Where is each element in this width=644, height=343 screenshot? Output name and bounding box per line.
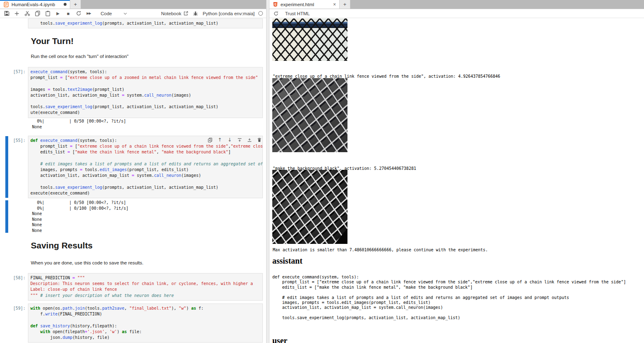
chevron-down-icon (123, 11, 128, 16)
code-cell-59[interactable]: [59]: with open(os.path.join(tools.path2… (0, 304, 266, 343)
debugger-bug-icon[interactable] (192, 10, 199, 17)
new-tab-button[interactable]: + (339, 0, 350, 9)
paste-cells-button[interactable] (44, 10, 51, 17)
output-text: 0%| | 0/50 [00:00<?, ?it/s] 0%| | 0/100 … (32, 200, 266, 233)
external-link-icon (183, 11, 189, 16)
active-tab-indicator (0, 0, 70, 1)
run-cell-button[interactable]: ▶ (55, 10, 61, 17)
cell-input[interactable]: with open(os.path.join(tools.path2save, … (28, 304, 263, 343)
restart-kernel-button[interactable] (75, 10, 82, 17)
insert-cell-below-icon[interactable] (246, 137, 252, 143)
cut-cells-button[interactable] (24, 10, 30, 17)
html-file-icon (273, 2, 278, 7)
html-render-area[interactable]: "extreme close up of a chain link fence … (269, 18, 644, 343)
notebook-tools-link[interactable]: Notebook (161, 11, 189, 16)
cell-type-dropdown[interactable]: Code (101, 11, 128, 16)
cell-collapser-selected[interactable] (5, 136, 8, 198)
markdown-heading-your-turn: Your Turn! (31, 36, 74, 46)
duplicate-cell-icon[interactable] (207, 137, 213, 143)
viewer-toolbar: Trust HTML (269, 9, 644, 18)
trust-html-button[interactable]: Trust HTML (285, 11, 310, 16)
notebook-toolbar: ▶ ■ ▶▶ Code Notebook Python [conda env:m… (0, 9, 266, 18)
insert-cell-above-icon[interactable] (237, 137, 242, 143)
tab-title: HumanEvals-4.ipynb (12, 2, 61, 7)
output-collapser[interactable] (5, 119, 8, 129)
save-button[interactable] (3, 10, 10, 17)
markdown-text-saving: When you are done, use this code to save… (31, 260, 143, 266)
html-viewer-panel: experiment.html × + Trust HTML (269, 0, 644, 343)
notebook-panel: HumanEvals-4.ipynb + ▶ ■ (0, 0, 266, 343)
max-activation-message: Max activation is smaller than 7.4860106… (273, 247, 488, 253)
new-tab-button[interactable]: + (70, 0, 81, 9)
markdown-text-your-turn: Run the cell once for each "turn" of int… (31, 53, 129, 60)
notebook-label: Notebook (161, 11, 181, 16)
viewer-tabbar: experiment.html × + (269, 0, 644, 9)
interrupt-kernel-button[interactable]: ■ (65, 10, 71, 17)
panel-split-handle[interactable] (266, 0, 269, 343)
cell-input[interactable]: def execute_command(system, tools): prom… (28, 136, 263, 198)
execution-count-57: [57]: (0, 69, 25, 75)
cell-input[interactable]: execute_command(system, tools):prompt_li… (28, 67, 263, 118)
cell-toolbar: ↑ ↓ (207, 137, 262, 143)
tab-title: experiment.html (281, 2, 331, 7)
restart-run-all-button[interactable]: ▶▶ (85, 10, 92, 17)
tabbar-empty-area (81, 0, 266, 9)
kernel-name[interactable]: Python [conda env:maia] (202, 11, 255, 16)
cell-input[interactable]: tools.save_experiment_log(prompts, activ… (28, 19, 263, 28)
cell-input[interactable]: FINAL_PREDICTION = """Description: This … (28, 273, 263, 301)
execution-count-55: [55]: (0, 138, 25, 144)
tabbar-empty-area (350, 0, 644, 9)
kernel-status-icon[interactable] (258, 11, 263, 16)
cell-output-57: 0%| | 0/50 [00:00<?, ?it/s]None (0, 118, 266, 130)
toolbar-right-group: Notebook Python [conda env:maia] (161, 10, 263, 17)
cell-output-55: 0%| | 0/50 [00:00<?, ?it/s] 0%| | 0/100 … (0, 200, 266, 233)
copy-cells-button[interactable] (34, 10, 41, 17)
markdown-heading-saving: Saving Results (31, 240, 93, 251)
unsaved-changes-dot[interactable] (64, 3, 67, 6)
user-heading: user (272, 336, 288, 343)
execution-count-58: [58]: (0, 275, 25, 281)
tab-notebook[interactable]: HumanEvals-4.ipynb (0, 0, 70, 9)
refresh-icon[interactable] (273, 10, 279, 17)
fence-image-dark (272, 170, 347, 244)
code-cell-partial[interactable]: tools.save_experiment_log(prompts, activ… (0, 19, 266, 28)
code-cell-58[interactable]: [58]: FINAL_PREDICTION = """Description:… (0, 273, 266, 301)
move-cell-up-icon[interactable]: ↑ (217, 137, 223, 143)
plus-icon: + (343, 1, 347, 7)
notebook-scroll-area[interactable]: tools.save_experiment_log(prompts, activ… (0, 18, 266, 343)
fence-image-metal (272, 78, 347, 152)
close-tab-icon[interactable]: × (333, 2, 336, 7)
assistant-code-block: def execute_command(system, tools): prom… (272, 275, 626, 321)
code-cell-57[interactable]: [57]: execute_command(system, tools):pro… (0, 67, 266, 118)
output-collapser-selected[interactable] (5, 200, 8, 233)
notebook-file-icon (3, 2, 9, 7)
plus-icon: + (74, 1, 77, 7)
fence-image-top (272, 19, 347, 61)
execution-count-59: [59]: (0, 306, 25, 311)
cell-collapser[interactable] (5, 67, 8, 118)
cell-type-value: Code (101, 11, 112, 16)
move-cell-down-icon[interactable]: ↓ (227, 137, 232, 143)
code-cell-55[interactable]: [55]: def execute_command(system, tools)… (0, 136, 266, 198)
delete-cell-icon[interactable] (256, 137, 262, 143)
assistant-heading: assistant (272, 256, 302, 266)
jupyterlab-window: HumanEvals-4.ipynb + ▶ ■ (0, 0, 644, 343)
insert-cell-button[interactable] (14, 10, 20, 17)
output-text: 0%| | 0/50 [00:00<?, ?it/s]None (32, 118, 266, 130)
notebook-tabbar: HumanEvals-4.ipynb + (0, 0, 266, 9)
tab-experiment-html[interactable]: experiment.html × (269, 0, 339, 9)
